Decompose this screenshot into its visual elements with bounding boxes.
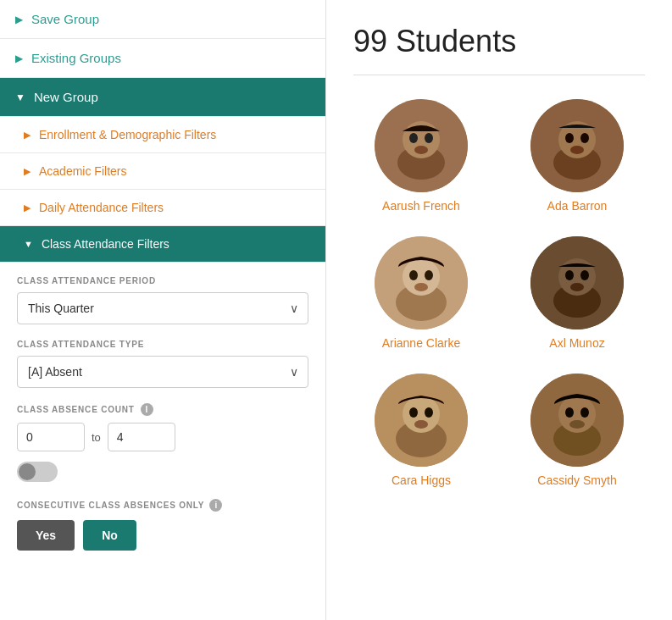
avatar: [375, 99, 468, 192]
avatar: [530, 236, 624, 329]
svg-point-15: [409, 270, 418, 280]
period-select[interactable]: This Quarter Last Quarter This Year Last…: [17, 292, 308, 324]
svg-point-22: [580, 270, 589, 280]
svg-point-9: [565, 133, 574, 143]
divider: [353, 75, 645, 75]
toggle-track[interactable]: [17, 462, 58, 482]
yes-no-row: Yes No: [17, 520, 308, 551]
toggle-thumb: [19, 463, 36, 480]
range-to-label: to: [92, 431, 101, 444]
daily-label: Daily Attendance Filters: [39, 201, 164, 214]
daily-arrow-icon: ▶: [24, 202, 31, 213]
sidebar-item-class[interactable]: ▼ Class Attendance Filters: [0, 226, 325, 263]
student-name: Cassidy Smyth: [537, 473, 616, 487]
avatar: [530, 374, 624, 467]
right-panel: 99 Students Aarush French: [326, 0, 672, 620]
enrollment-arrow-icon: ▶: [24, 130, 31, 141]
existing-groups-item[interactable]: ▶ Existing Groups: [0, 39, 325, 78]
academic-label: Academic Filters: [39, 164, 126, 178]
yes-button[interactable]: Yes: [17, 520, 75, 551]
count-label: CLASS ABSENCE COUNT: [17, 405, 135, 414]
svg-point-29: [414, 420, 428, 429]
count-to-input[interactable]: [108, 423, 175, 451]
class-filter-panel: CLASS ATTENDANCE PERIOD This Quarter Las…: [0, 263, 325, 567]
class-label: Class Attendance Filters: [42, 237, 169, 251]
no-button[interactable]: No: [83, 520, 136, 551]
avatar: [530, 99, 624, 192]
consec-label: CONSECUTIVE CLASS ABSENCES ONLY: [17, 501, 204, 510]
students-title: 99 Students: [353, 24, 645, 59]
svg-point-17: [414, 283, 428, 291]
svg-point-5: [414, 146, 428, 154]
svg-point-11: [570, 146, 584, 154]
svg-point-3: [409, 133, 418, 143]
new-group-label: New Group: [34, 90, 98, 104]
student-card: Arianne Clarke: [353, 236, 489, 350]
student-name: Aarush French: [382, 199, 460, 213]
sidebar-item-academic[interactable]: ▶ Academic Filters: [0, 153, 325, 190]
svg-point-34: [580, 407, 589, 418]
student-card: Ada Barron: [509, 99, 645, 213]
count-label-row: CLASS ABSENCE COUNT i: [17, 403, 308, 416]
enrollment-label: Enrollment & Demographic Filters: [39, 128, 216, 141]
student-name: Arianne Clarke: [382, 336, 461, 350]
academic-arrow-icon: ▶: [24, 166, 31, 177]
type-select[interactable]: [A] Absent [T] Tardy [E] Excused: [17, 356, 308, 388]
count-from-input[interactable]: [17, 423, 85, 451]
sidebar-item-enrollment[interactable]: ▶ Enrollment & Demographic Filters: [0, 117, 325, 153]
avatar: [375, 236, 468, 329]
period-select-wrapper: This Quarter Last Quarter This Year Last…: [17, 292, 308, 324]
avatar: [375, 374, 468, 467]
students-grid: Aarush French Ada Barron: [353, 99, 645, 487]
type-select-wrapper: [A] Absent [T] Tardy [E] Excused ∨: [17, 356, 308, 388]
count-range-row: to: [17, 423, 308, 451]
svg-point-28: [425, 407, 433, 418]
svg-point-21: [565, 270, 574, 280]
save-group-arrow-icon: ▶: [15, 14, 23, 25]
left-panel: ▶ Save Group ▶ Existing Groups ▼ New Gro…: [0, 0, 326, 620]
type-label: CLASS ATTENDANCE TYPE: [17, 340, 308, 349]
student-name: Axl Munoz: [549, 336, 604, 350]
svg-point-23: [570, 283, 584, 291]
existing-groups-label: Existing Groups: [31, 51, 121, 65]
svg-point-10: [580, 133, 589, 143]
student-card: Aarush French: [353, 99, 489, 213]
sidebar-item-daily[interactable]: ▶ Daily Attendance Filters: [0, 190, 325, 226]
new-group-item[interactable]: ▼ New Group: [0, 78, 325, 117]
consec-info-icon: i: [209, 499, 222, 512]
student-card: Axl Munoz: [509, 236, 645, 350]
svg-point-4: [425, 133, 433, 143]
class-arrow-icon: ▼: [24, 239, 33, 249]
svg-point-27: [409, 407, 418, 418]
save-group-item[interactable]: ▶ Save Group: [0, 0, 325, 39]
sub-items-container: ▶ Enrollment & Demographic Filters ▶ Aca…: [0, 117, 325, 567]
existing-groups-arrow-icon: ▶: [15, 53, 23, 64]
student-card: Cara Higgs: [353, 374, 489, 487]
student-name: Ada Barron: [547, 199, 608, 213]
save-group-label: Save Group: [31, 12, 99, 26]
svg-point-35: [569, 420, 585, 429]
svg-point-33: [565, 407, 574, 418]
svg-point-16: [425, 270, 433, 280]
period-label: CLASS ATTENDANCE PERIOD: [17, 276, 308, 285]
consec-label-row: CONSECUTIVE CLASS ABSENCES ONLY i: [17, 499, 308, 512]
student-card: Cassidy Smyth: [509, 374, 645, 487]
student-name: Cara Higgs: [392, 473, 451, 487]
count-info-icon: i: [141, 403, 153, 416]
toggle-container: [17, 462, 308, 482]
new-group-arrow-icon: ▼: [15, 91, 25, 103]
